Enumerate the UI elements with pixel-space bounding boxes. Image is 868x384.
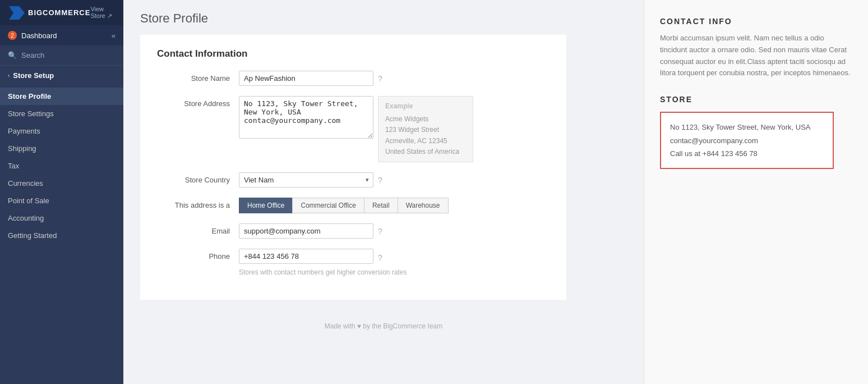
email-row: Email ? [157, 223, 550, 239]
sidebar-item-payments[interactable]: Payments [0, 122, 123, 140]
email-input[interactable] [239, 223, 373, 239]
search-label: Search [21, 51, 44, 60]
phone-hint: Stores with contact numbers get higher c… [239, 268, 407, 276]
contact-info-panel-title: CONTACT INFO [660, 17, 852, 26]
store-name-input[interactable] [239, 71, 373, 86]
addr-btn-home-office[interactable]: Home Office [239, 198, 292, 213]
address-example-box: Example Acme Widgets 123 Widget Street A… [378, 96, 473, 162]
sidebar-item-accounting[interactable]: Accounting [0, 209, 123, 227]
addr-btn-commercial-office[interactable]: Commercial Office [292, 198, 363, 213]
example-address: 123 Widget Street [385, 125, 466, 135]
store-address-input-wrap: No 1123, Sky Tower Street, New York, USA… [239, 96, 550, 162]
main-layout: Store Profile Contact Information Store … [123, 0, 868, 384]
email-help-icon[interactable]: ? [378, 227, 382, 236]
store-country-select[interactable]: Viet Nam United States United Kingdom [239, 172, 373, 188]
main-footer: Made with ♥ by the BigCommerce team [140, 317, 627, 330]
store-info-address: No 1123, Sky Tower Street, New York, USA [670, 121, 824, 134]
store-name-input-wrap: ? [239, 71, 550, 86]
collapse-button[interactable]: « [112, 31, 116, 40]
example-city: Acmeville, AC 12345 [385, 136, 466, 147]
dashboard-row: 2 Dashboard « [0, 25, 123, 45]
chevron-left-icon: ‹ [8, 72, 10, 79]
store-country-select-wrap: Viet Nam United States United Kingdom [239, 172, 373, 188]
addr-btn-retail[interactable]: Retail [364, 198, 398, 213]
store-panel-title: STORE [660, 95, 852, 104]
store-address-row: Store Address No 1123, Sky Tower Street,… [157, 96, 550, 162]
address-type-row: This address is a Home Office Commercial… [157, 198, 550, 213]
example-label: Example [385, 101, 466, 112]
nav-items: Store Profile Store Settings Payments Sh… [0, 88, 123, 244]
store-info-box: No 1123, Sky Tower Street, New York, USA… [660, 112, 834, 169]
store-setup-group: ‹ Store Setup [0, 66, 123, 88]
address-type-label: This address is a [157, 198, 230, 209]
sidebar-header: BIGCOMMERCE View Store ↗ [0, 0, 123, 25]
dashboard-badge: 2 [8, 31, 17, 40]
store-name-row: Store Name ? [157, 71, 550, 86]
main-content: Store Profile Contact Information Store … [123, 0, 644, 384]
email-label: Email [157, 223, 230, 235]
sidebar-item-tax[interactable]: Tax [0, 157, 123, 175]
phone-help-icon[interactable]: ? [378, 253, 382, 262]
svg-marker-0 [9, 6, 25, 20]
store-setup-header[interactable]: ‹ Store Setup [8, 71, 116, 80]
sidebar-item-store-profile[interactable]: Store Profile [0, 88, 123, 105]
phone-label: Phone [157, 249, 230, 260]
address-type-group: Home Office Commercial Office Retail War… [239, 198, 449, 213]
sidebar-item-getting-started[interactable]: Getting Started [0, 227, 123, 244]
search-row[interactable]: 🔍 Search [0, 45, 123, 66]
address-field-wrap: No 1123, Sky Tower Street, New York, USA… [239, 96, 373, 141]
phone-input-wrap: ? Stores with contact numbers get higher… [239, 249, 550, 276]
contact-info-section-title: Contact Information [157, 48, 550, 60]
store-country-label: Store Country [157, 172, 230, 184]
email-input-wrap: ? [239, 223, 550, 239]
logo-text: BIGCOMMERCE [28, 8, 90, 17]
store-address-label: Store Address [157, 96, 230, 108]
dashboard-label-text: Dashboard [21, 31, 57, 40]
store-info-phone: Call us at +844 123 456 78 [670, 147, 824, 160]
sidebar-item-point-of-sale[interactable]: Point of Sale [0, 192, 123, 209]
phone-row: Phone ? Stores with contact numbers get … [157, 249, 550, 276]
store-setup-label: Store Setup [13, 71, 54, 80]
store-address-input[interactable]: No 1123, Sky Tower Street, New York, USA… [239, 96, 373, 139]
sidebar-item-store-settings[interactable]: Store Settings [0, 105, 123, 122]
store-country-input-wrap: Viet Nam United States United Kingdom ? [239, 172, 550, 188]
store-country-row: Store Country Viet Nam United States Uni… [157, 172, 550, 188]
addr-btn-warehouse[interactable]: Warehouse [398, 198, 449, 213]
example-company: Acme Widgets [385, 114, 466, 125]
page-title: Store Profile [140, 11, 627, 26]
example-country: United States of America [385, 147, 466, 157]
store-info-email: contac@yourcompany.com [670, 134, 824, 147]
store-country-help-icon[interactable]: ? [378, 176, 382, 185]
store-name-help-icon[interactable]: ? [378, 74, 382, 83]
logo-area: BIGCOMMERCE [8, 6, 90, 20]
right-panel: CONTACT INFO Morbi accumsan ipsum velit.… [644, 0, 868, 384]
store-name-label: Store Name [157, 71, 230, 83]
contact-info-panel-desc: Morbi accumsan ipsum velit. Nam nec tell… [660, 33, 852, 79]
phone-input[interactable] [239, 249, 373, 264]
search-icon: 🔍 [8, 51, 17, 60]
view-store-link[interactable]: View Store ↗ [90, 6, 116, 20]
sidebar-item-shipping[interactable]: Shipping [0, 140, 123, 157]
dashboard-button[interactable]: 2 Dashboard [8, 31, 57, 40]
sidebar-item-currencies[interactable]: Currencies [0, 175, 123, 192]
address-type-input-wrap: Home Office Commercial Office Retail War… [239, 198, 550, 213]
bigcommerce-logo-icon [8, 6, 25, 20]
contact-info-section: Contact Information Store Name ? Store A… [140, 35, 566, 300]
footer-text: Made with ♥ by the BigCommerce team [325, 322, 443, 330]
